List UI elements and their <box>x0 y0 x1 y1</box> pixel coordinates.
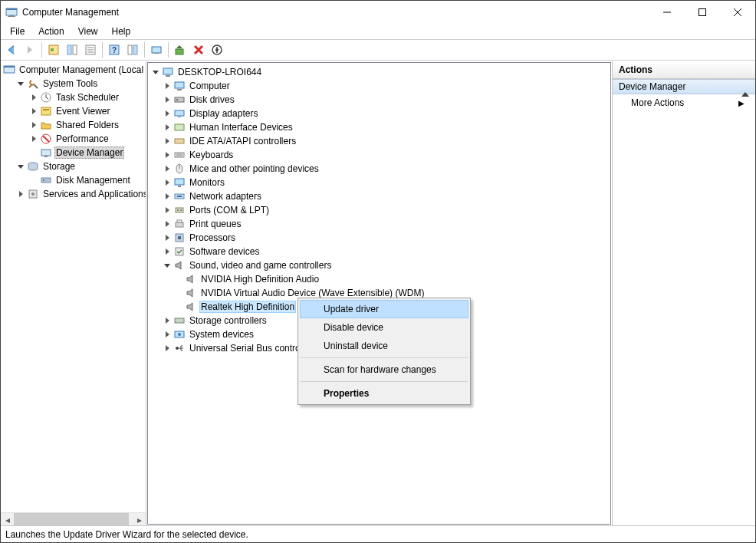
device-category[interactable]: Mice and other pointing devices <box>162 162 608 176</box>
show-hide-tree-button[interactable] <box>44 41 63 59</box>
maximize-button[interactable] <box>685 1 720 24</box>
ctx-update-driver[interactable]: Update driver <box>300 300 468 318</box>
actions-section[interactable]: Device Manager <box>613 79 755 94</box>
tree-task-scheduler[interactable]: Task Scheduler <box>28 90 146 104</box>
ctx-uninstall-device[interactable]: Uninstall device <box>300 337 468 355</box>
device-category[interactable]: Sound, video and game controllers <box>162 258 608 272</box>
chevron-right-icon[interactable] <box>162 108 173 119</box>
collapse-icon[interactable] <box>741 81 749 92</box>
chevron-right-icon[interactable] <box>162 122 173 133</box>
device-category[interactable]: Network adapters <box>162 189 608 203</box>
svg-rect-64 <box>175 318 184 323</box>
forward-button[interactable] <box>21 41 39 59</box>
device-category[interactable]: Keyboards <box>162 148 608 162</box>
svg-rect-55 <box>177 196 182 197</box>
chevron-right-icon[interactable] <box>162 343 173 354</box>
uninstall-toolbar-button[interactable] <box>189 41 208 59</box>
device-item[interactable]: NVIDIA High Definition Audio <box>173 272 608 286</box>
menu-file[interactable]: File <box>4 25 31 38</box>
tree-performance[interactable]: Performance <box>28 132 146 146</box>
left-horizontal-scrollbar[interactable]: ◂▸ <box>1 512 146 525</box>
tree-services-applications[interactable]: Services and Applications <box>15 187 146 201</box>
category-icon <box>173 135 186 147</box>
tree-root[interactable]: Computer Management (Local <box>2 63 146 77</box>
chevron-right-icon[interactable] <box>28 133 39 144</box>
menu-action[interactable]: Action <box>32 25 70 38</box>
chevron-right-icon[interactable] <box>162 163 173 174</box>
close-button[interactable] <box>720 1 755 24</box>
scan-hardware-toolbar-button[interactable] <box>147 41 166 59</box>
chevron-right-icon[interactable] <box>162 177 173 188</box>
device-category[interactable]: Disk drives <box>162 93 608 107</box>
device-category[interactable]: Processors <box>162 231 608 245</box>
minimize-button[interactable] <box>649 1 685 24</box>
tree-system-tools[interactable]: System Tools <box>15 77 146 90</box>
chevron-right-icon[interactable] <box>162 329 173 340</box>
ctx-disable-device[interactable]: Disable device <box>300 318 468 337</box>
device-category[interactable]: Print queues <box>162 217 608 231</box>
svg-rect-9 <box>67 45 71 54</box>
device-category[interactable]: Software devices <box>162 245 608 258</box>
category-icon <box>173 342 186 354</box>
tree-event-viewer[interactable]: Event Viewer <box>28 104 146 118</box>
chevron-right-icon[interactable] <box>28 106 39 117</box>
chevron-right-icon[interactable] <box>162 205 173 216</box>
chevron-down-icon[interactable] <box>150 67 161 77</box>
chevron-right-icon[interactable] <box>162 232 173 243</box>
update-driver-toolbar-button[interactable] <box>171 41 189 59</box>
disable-toolbar-button[interactable] <box>208 41 226 59</box>
tree-disk-management[interactable]: Disk Management <box>28 173 146 187</box>
device-category[interactable]: IDE ATA/ATAPI controllers <box>162 134 608 148</box>
tree-storage[interactable]: Storage <box>15 160 146 173</box>
device-category[interactable]: Human Interface Devices <box>162 120 608 134</box>
chevron-down-icon[interactable] <box>15 78 26 89</box>
svg-rect-18 <box>133 45 137 54</box>
shared-folder-icon <box>40 119 52 131</box>
chevron-right-icon[interactable] <box>162 219 173 229</box>
export-list-button[interactable] <box>81 41 100 59</box>
tree-shared-folders[interactable]: Shared Folders <box>28 118 146 132</box>
properties-toolbar-button[interactable] <box>63 41 81 59</box>
chevron-down-icon[interactable] <box>15 161 26 172</box>
chevron-down-icon[interactable] <box>162 260 173 271</box>
ctx-properties[interactable]: Properties <box>300 384 468 403</box>
back-button[interactable] <box>2 41 21 59</box>
chevron-right-icon[interactable] <box>162 246 173 257</box>
svg-rect-20 <box>154 53 159 54</box>
actions-more[interactable]: More Actions ▶ <box>613 94 755 111</box>
chevron-right-icon[interactable] <box>162 81 173 91</box>
main-area: Computer Management (Local System Tools … <box>1 61 755 525</box>
chevron-right-icon[interactable] <box>162 136 173 146</box>
device-category[interactable]: Display adapters <box>162 107 608 120</box>
toolbar-separator <box>168 42 169 58</box>
category-icon <box>173 121 186 133</box>
svg-rect-41 <box>175 97 184 102</box>
svg-rect-19 <box>152 47 161 53</box>
tree-device-manager[interactable]: Device Manager <box>28 146 146 160</box>
chevron-right-icon[interactable] <box>162 315 173 326</box>
svg-rect-53 <box>178 186 181 187</box>
help-toolbar-button[interactable]: ? <box>105 41 123 59</box>
category-icon <box>173 190 186 202</box>
device-category[interactable]: Monitors <box>162 176 608 189</box>
chevron-right-icon[interactable] <box>28 120 39 130</box>
context-menu: Update driver Disable device Uninstall d… <box>297 298 471 405</box>
device-root[interactable]: DESKTOP-LROI644 <box>150 65 608 79</box>
menu-bar: File Action View Help <box>1 24 755 39</box>
svg-rect-33 <box>41 178 51 183</box>
svg-rect-45 <box>175 124 184 130</box>
console-tree-pane: Computer Management (Local System Tools … <box>1 61 146 525</box>
device-category[interactable]: Computer <box>162 79 608 93</box>
menu-view[interactable]: View <box>72 25 104 38</box>
chevron-right-icon[interactable] <box>162 191 173 202</box>
chevron-right-icon[interactable] <box>15 189 26 199</box>
svg-rect-59 <box>176 222 183 227</box>
action-pane-toolbar-button[interactable] <box>123 41 142 59</box>
chevron-right-icon[interactable] <box>28 92 39 103</box>
menu-help[interactable]: Help <box>106 25 137 38</box>
chevron-right-icon[interactable] <box>162 150 173 160</box>
chevron-right-icon[interactable] <box>162 94 173 105</box>
ctx-scan-hardware[interactable]: Scan for hardware changes <box>300 360 468 379</box>
console-tree[interactable]: Computer Management (Local System Tools … <box>1 61 146 512</box>
device-category[interactable]: Ports (COM & LPT) <box>162 203 608 217</box>
